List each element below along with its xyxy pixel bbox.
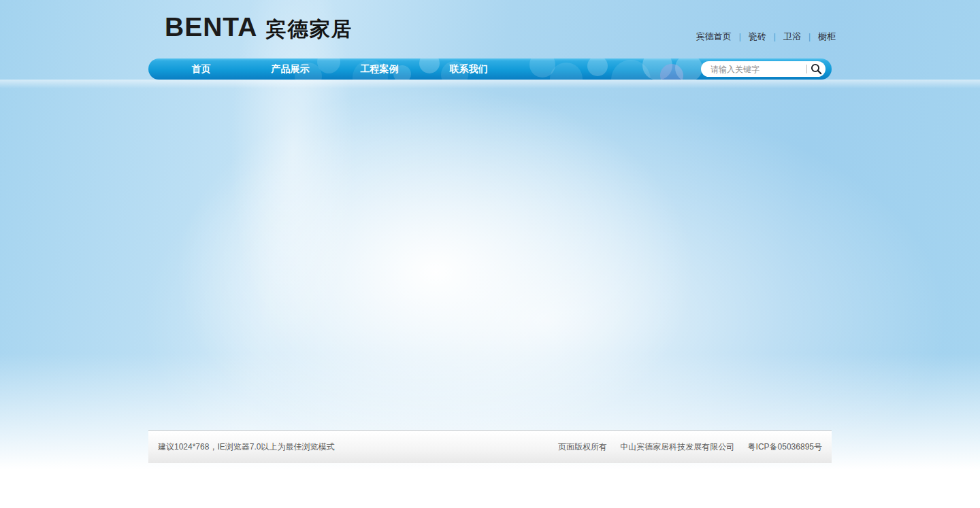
search-input[interactable] — [709, 64, 806, 75]
top-link-cabinet[interactable]: 橱柜 — [818, 31, 836, 43]
top-link-bathroom[interactable]: 卫浴 — [783, 31, 801, 43]
main-content-area — [148, 88, 832, 428]
nav-item-contact[interactable]: 联系我们 — [424, 58, 513, 80]
search-button[interactable] — [809, 62, 823, 76]
footer-bar: 建议1024*768，IE浏览器7.0以上为最佳浏览模式 页面版权所有 中山宾德… — [148, 430, 832, 463]
brand-logo-chinese: 宾德家居 — [265, 16, 353, 44]
footer-copyright: 页面版权所有 中山宾德家居科技发展有限公司 粤ICP备05036895号 — [558, 441, 822, 453]
header-quick-links: 宾德首页 | 瓷砖 | 卫浴 | 橱柜 — [696, 31, 836, 43]
nav-item-home[interactable]: 首页 — [157, 58, 246, 80]
top-link-benta-home[interactable]: 宾德首页 — [696, 31, 732, 43]
search-box — [701, 61, 826, 77]
brand-logo[interactable]: BENTA 宾德家居 — [165, 14, 353, 44]
top-link-tiles[interactable]: 瓷砖 — [749, 31, 766, 43]
search-divider — [806, 65, 807, 73]
magnifier-icon — [811, 63, 822, 75]
page-container: BENTA 宾德家居 宾德首页 | 瓷砖 | 卫浴 | 橱柜 首页 产品展示 工… — [148, 0, 832, 508]
top-link-separator: | — [774, 32, 776, 41]
footer-browser-advice: 建议1024*768，IE浏览器7.0以上为最佳浏览模式 — [158, 441, 334, 453]
footer-company-name: 中山宾德家居科技发展有限公司 — [620, 442, 734, 452]
top-link-separator: | — [739, 32, 741, 41]
brand-logo-latin: BENTA — [165, 14, 257, 41]
nav-item-projects[interactable]: 工程案例 — [335, 58, 424, 80]
top-link-separator: | — [808, 32, 811, 41]
nav-item-products[interactable]: 产品展示 — [246, 58, 335, 80]
main-navbar: 首页 产品展示 工程案例 联系我们 — [148, 58, 832, 80]
footer-icp-number: 粤ICP备05036895号 — [748, 442, 822, 452]
footer-copyright-label: 页面版权所有 — [558, 442, 607, 452]
